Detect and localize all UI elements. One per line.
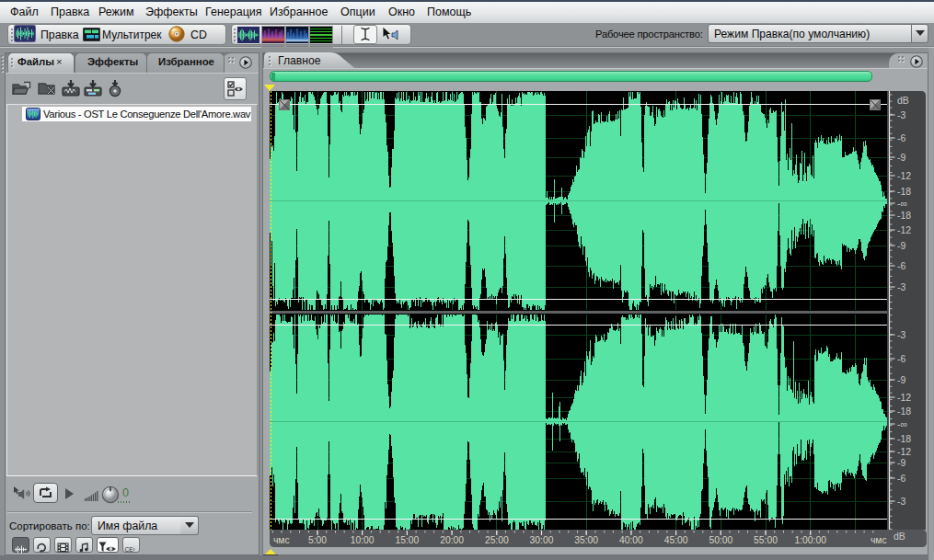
svg-text:-6: -6 xyxy=(897,473,905,484)
svg-text:10:00: 10:00 xyxy=(351,535,375,545)
svg-text:-12: -12 xyxy=(897,170,911,181)
svg-text:-∞: -∞ xyxy=(897,418,907,429)
svg-text:-3: -3 xyxy=(897,109,905,120)
svg-text:-∞: -∞ xyxy=(897,198,907,209)
svg-text:-3: -3 xyxy=(897,281,905,292)
svg-text:-9: -9 xyxy=(897,374,905,385)
svg-text:-3: -3 xyxy=(897,496,905,507)
svg-text:-9: -9 xyxy=(897,240,905,251)
svg-text:-9: -9 xyxy=(897,457,905,468)
svg-text:-6: -6 xyxy=(897,353,905,364)
svg-text:40:00: 40:00 xyxy=(619,535,643,545)
svg-text:-6: -6 xyxy=(897,132,905,143)
svg-text:55:00: 55:00 xyxy=(754,535,778,545)
svg-text:50:00: 50:00 xyxy=(709,535,732,545)
svg-text:dB: dB xyxy=(897,95,909,106)
svg-text:-6: -6 xyxy=(897,260,905,271)
svg-text:dB: dB xyxy=(894,531,905,542)
svg-text:чмс: чмс xyxy=(273,535,290,545)
svg-text:45:00: 45:00 xyxy=(664,535,688,545)
svg-text:-18: -18 xyxy=(897,406,911,417)
svg-text:15:00: 15:00 xyxy=(396,535,420,545)
svg-text:1:00:00: 1:00:00 xyxy=(795,535,827,545)
svg-text:20:00: 20:00 xyxy=(440,535,464,545)
svg-text:-9: -9 xyxy=(897,152,905,163)
svg-text:-18: -18 xyxy=(897,433,911,444)
svg-text:25:00: 25:00 xyxy=(485,535,509,545)
svg-text:-12: -12 xyxy=(897,446,911,457)
svg-text:30:00: 30:00 xyxy=(530,535,554,545)
svg-text:5:00: 5:00 xyxy=(308,535,327,545)
svg-text:-12: -12 xyxy=(897,392,911,403)
svg-text:-18: -18 xyxy=(897,186,911,197)
svg-text:чмс: чмс xyxy=(871,535,887,545)
svg-text:35:00: 35:00 xyxy=(574,535,598,545)
svg-text:-3: -3 xyxy=(897,329,905,340)
svg-text:-18: -18 xyxy=(897,210,911,221)
svg-text:-12: -12 xyxy=(897,224,911,235)
svg-text:CΕ›: CΕ› xyxy=(125,546,135,553)
